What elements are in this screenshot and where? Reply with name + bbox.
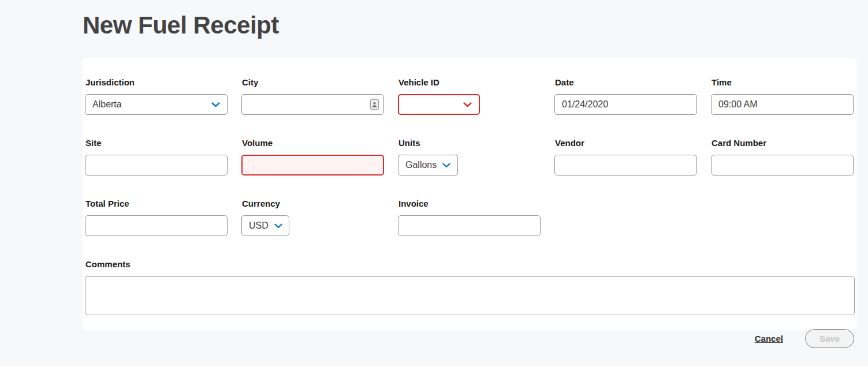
volume-label: Volume <box>242 138 384 148</box>
chevron-down-icon <box>274 221 282 231</box>
date-label: Date <box>555 77 697 87</box>
jurisdiction-label: Jurisdiction <box>85 77 228 87</box>
currency-value: USD <box>249 221 269 231</box>
site-label: Site <box>85 138 228 148</box>
date-input[interactable] <box>554 94 697 115</box>
city-input[interactable] <box>249 99 370 110</box>
jurisdiction-field: Jurisdiction Alberta <box>85 77 228 115</box>
vehicle-id-field: Vehicle ID <box>398 77 541 115</box>
jurisdiction-select[interactable]: Alberta <box>85 94 228 115</box>
currency-field: Currency USD <box>241 199 384 236</box>
card-number-input[interactable] <box>711 155 854 175</box>
units-value: Gallons <box>405 160 437 170</box>
page: New Fuel Receipt Jurisdiction Alberta Ci… <box>0 0 868 366</box>
site-input[interactable] <box>85 155 228 175</box>
vendor-input[interactable] <box>554 155 697 175</box>
page-title: New Fuel Receipt <box>83 12 279 39</box>
form-row-2: Site Volume Units Gallons Vendor <box>85 138 855 175</box>
card-number-field: Card Number <box>711 138 854 175</box>
invoice-field: Invoice <box>398 199 541 236</box>
vendor-field: Vendor <box>554 138 697 175</box>
currency-label: Currency <box>242 199 384 208</box>
city-field: City <box>241 77 384 115</box>
contact-autofill-icon[interactable] <box>370 99 379 110</box>
units-select[interactable]: Gallons <box>398 155 458 175</box>
units-field: Units Gallons <box>398 138 541 175</box>
invoice-label: Invoice <box>398 199 541 208</box>
units-label: Units <box>398 138 541 148</box>
time-field: Time <box>711 77 854 115</box>
city-input-wrap <box>241 94 384 115</box>
total-price-label: Total Price <box>85 199 228 208</box>
vehicle-id-label: Vehicle ID <box>398 77 541 87</box>
form-actions: Cancel Save <box>755 329 854 348</box>
volume-input[interactable] <box>241 155 384 175</box>
save-button[interactable]: Save <box>805 329 854 348</box>
comments-textarea[interactable] <box>85 276 855 315</box>
total-price-input[interactable] <box>85 215 228 236</box>
fuel-receipt-form-card: Jurisdiction Alberta City V <box>83 58 857 330</box>
jurisdiction-value: Alberta <box>92 99 122 110</box>
cancel-button[interactable]: Cancel <box>755 334 783 343</box>
chevron-down-icon <box>442 160 450 170</box>
form-row-1: Jurisdiction Alberta City V <box>85 77 855 115</box>
card-number-label: Card Number <box>711 138 854 148</box>
invoice-input[interactable] <box>398 215 541 236</box>
volume-field: Volume <box>241 138 384 175</box>
total-price-field: Total Price <box>85 199 228 236</box>
date-field: Date <box>554 77 697 115</box>
comments-label: Comments <box>85 259 855 269</box>
form-row-3: Total Price Currency USD Invoice <box>85 199 855 236</box>
currency-select[interactable]: USD <box>241 215 289 236</box>
city-label: City <box>242 77 384 87</box>
site-field: Site <box>85 138 228 175</box>
chevron-down-icon <box>211 99 220 110</box>
time-label: Time <box>711 77 854 87</box>
comments-field: Comments <box>85 259 855 318</box>
vendor-label: Vendor <box>555 138 697 148</box>
chevron-down-icon <box>463 99 472 110</box>
time-input[interactable] <box>711 94 854 115</box>
vehicle-id-select[interactable] <box>398 94 480 115</box>
